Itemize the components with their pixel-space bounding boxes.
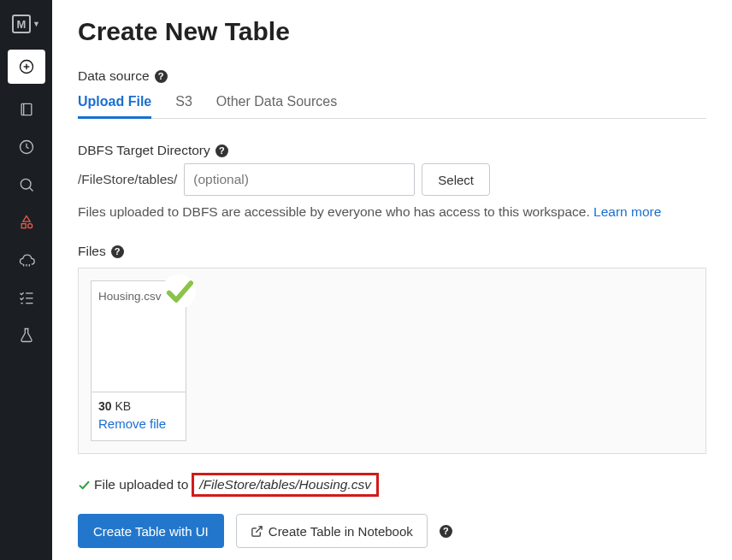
learn-more-link[interactable]: Learn more <box>593 204 661 219</box>
cluster-icon <box>18 251 35 268</box>
files-label: Files <box>78 244 106 259</box>
main-content: Create New Table Data source ? Upload Fi… <box>52 0 732 560</box>
workspace-logo-button[interactable]: M ▼ <box>8 7 45 41</box>
external-link-icon <box>251 525 263 538</box>
tab-upload-file[interactable]: Upload File <box>78 89 151 118</box>
upload-status-text: File uploaded to <box>94 477 188 492</box>
sidebar-item-workspace[interactable] <box>8 92 45 127</box>
sidebar-item-compute[interactable] <box>8 243 45 277</box>
uploaded-path: /FileStore/tables/Housing.csv <box>192 473 379 497</box>
dbfs-hint: Files uploaded to DBFS are accessible by… <box>78 204 706 220</box>
tab-other[interactable]: Other Data Sources <box>216 89 337 118</box>
select-directory-button[interactable]: Select <box>422 163 490 196</box>
help-icon[interactable]: ? <box>111 245 124 258</box>
svg-rect-3 <box>21 103 32 115</box>
dbfs-label: DBFS Target Directory <box>78 143 210 158</box>
create-table-notebook-label: Create Table in Notebook <box>269 524 413 539</box>
upload-dropzone[interactable]: Housing.csv 30 KB Remove file <box>78 268 706 454</box>
page-title: Create New Table <box>78 17 706 46</box>
plus-circle-icon <box>18 58 35 75</box>
sidebar-item-data[interactable] <box>8 205 45 239</box>
left-sidebar: M ▼ <box>0 0 52 560</box>
svg-point-10 <box>27 224 32 228</box>
svg-point-6 <box>21 179 31 189</box>
sidebar-item-recents[interactable] <box>8 130 45 164</box>
check-icon <box>78 479 91 492</box>
file-size-unit: KB <box>112 399 132 413</box>
data-icon <box>18 214 35 231</box>
flask-icon <box>18 327 35 344</box>
list-check-icon <box>18 289 35 306</box>
data-source-label-row: Data source ? <box>78 68 706 84</box>
data-source-tabs: Upload File S3 Other Data Sources <box>78 89 706 119</box>
files-label-row: Files ? <box>78 244 706 259</box>
sidebar-item-search[interactable] <box>8 168 45 202</box>
action-buttons: Create Table with UI Create Table in Not… <box>78 514 706 548</box>
file-size-value: 30 <box>98 399 112 413</box>
svg-rect-9 <box>21 224 26 228</box>
svg-line-18 <box>256 526 262 532</box>
svg-marker-8 <box>22 216 29 222</box>
create-button[interactable] <box>8 50 45 84</box>
upload-status-row: File uploaded to /FileStore/tables/Housi… <box>78 473 706 497</box>
logo-letter: M <box>12 15 31 33</box>
sidebar-item-workflows[interactable] <box>8 280 45 315</box>
svg-line-7 <box>29 187 32 191</box>
tab-s3[interactable]: S3 <box>175 89 192 118</box>
clock-icon <box>18 139 35 156</box>
hint-text: Files uploaded to DBFS are accessible by… <box>78 204 593 219</box>
file-name: Housing.csv <box>92 281 186 392</box>
search-icon <box>18 176 35 193</box>
chevron-down-icon: ▼ <box>32 20 40 28</box>
sidebar-item-experiments[interactable] <box>8 318 45 352</box>
uploaded-file-card: Housing.csv 30 KB Remove file <box>91 280 186 441</box>
data-source-label: Data source <box>78 68 150 84</box>
file-size: 30 KB <box>98 399 179 413</box>
help-icon[interactable]: ? <box>440 525 452 538</box>
dbfs-label-row: DBFS Target Directory ? <box>78 143 706 158</box>
create-table-notebook-button[interactable]: Create Table in Notebook <box>236 514 428 548</box>
help-icon[interactable]: ? <box>155 70 168 83</box>
dbfs-directory-row: /FileStore/tables/ Select <box>78 163 706 196</box>
remove-file-link[interactable]: Remove file <box>98 416 166 431</box>
dbfs-prefix: /FileStore/tables/ <box>78 172 177 187</box>
dbfs-directory-input[interactable] <box>184 163 415 196</box>
help-icon[interactable]: ? <box>215 144 228 157</box>
notebook-icon <box>18 101 35 118</box>
create-table-ui-button[interactable]: Create Table with UI <box>78 514 224 548</box>
